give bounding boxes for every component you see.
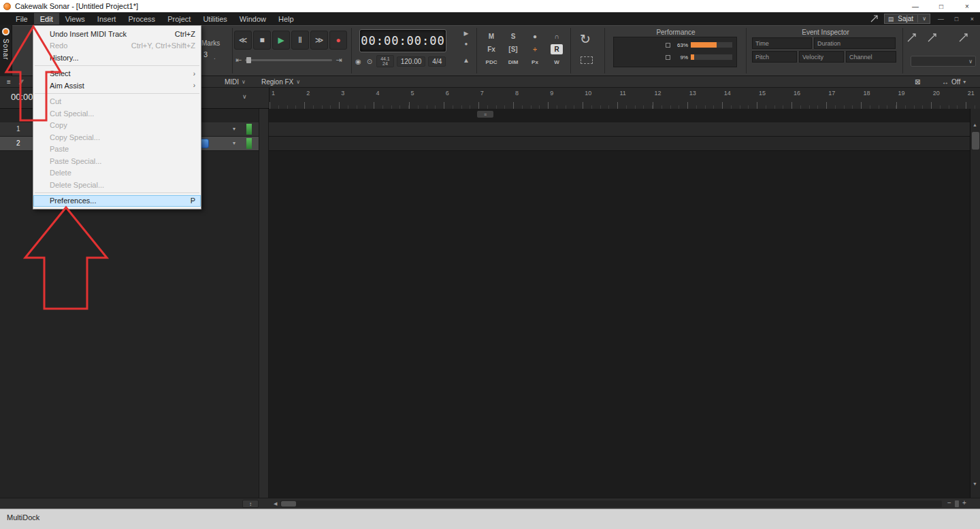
- gear-icon[interactable]: ⊙: [365, 58, 374, 65]
- menu-item-cut-special[interactable]: Cut Special... ›: [33, 107, 201, 120]
- rewind-button[interactable]: ≪: [234, 31, 252, 50]
- event-duration-field[interactable]: Duration: [814, 37, 896, 49]
- menu-item-history[interactable]: History... ›: [33, 52, 201, 64]
- tab-region-fx[interactable]: Region FX ∨: [261, 76, 300, 88]
- workspace-selector[interactable]: ▤ Sajat ∨: [884, 14, 930, 24]
- loop-icon[interactable]: ↻: [580, 31, 591, 47]
- child-close-button[interactable]: ×: [967, 16, 977, 22]
- track-expand-icon[interactable]: ▾: [233, 140, 235, 146]
- panel-splitter[interactable]: [259, 109, 269, 498]
- menu-item-copy[interactable]: Copy ›: [33, 120, 201, 132]
- automation-tool-icon[interactable]: [906, 33, 917, 46]
- menu-item-undo[interactable]: Undo Insert MIDI Track Ctrl+Z ›: [33, 28, 201, 40]
- menu-edit[interactable]: Edit: [34, 13, 59, 24]
- event-velocity-field[interactable]: Velocity: [799, 51, 844, 63]
- tempo-value[interactable]: 120.00: [397, 56, 426, 67]
- menu-item-cut[interactable]: Cut ›: [33, 96, 201, 108]
- menu-item-aim-assist[interactable]: Aim Assist ›: [33, 80, 201, 92]
- mute-button[interactable]: M: [489, 33, 494, 40]
- menu-window[interactable]: Window: [233, 13, 272, 24]
- event-pitch-field[interactable]: Pitch: [752, 51, 797, 63]
- zoom-in-button[interactable]: +: [962, 499, 966, 507]
- menu-help[interactable]: Help: [272, 13, 300, 24]
- fit-off-control[interactable]: ↔ Off ▾: [942, 76, 966, 88]
- envelope-tool-icon[interactable]: [927, 33, 938, 46]
- menu-insert[interactable]: Insert: [91, 13, 122, 24]
- close-button[interactable]: ×: [954, 0, 980, 12]
- child-restore-button[interactable]: □: [951, 16, 962, 22]
- play-button[interactable]: ▶: [272, 31, 290, 50]
- track-lane-1[interactable]: [269, 122, 970, 137]
- tool-dropdown[interactable]: ∨: [911, 56, 976, 67]
- clips-canvas[interactable]: ≡: [269, 109, 970, 498]
- scroll-up-icon[interactable]: ▲: [973, 122, 977, 127]
- stop-button[interactable]: ■: [253, 31, 271, 50]
- aim-assist-grip[interactable]: ≡: [477, 111, 493, 118]
- seek-end-icon[interactable]: ⇥: [336, 56, 342, 65]
- scroll-left-icon[interactable]: ◀: [274, 501, 277, 507]
- sample-rate-cell[interactable]: 44.1 24: [376, 55, 394, 67]
- headphones-icon[interactable]: ∩: [554, 33, 559, 40]
- pdc-button[interactable]: PDC: [486, 59, 497, 65]
- menu-item-preferences[interactable]: Preferences... P ›: [33, 195, 201, 207]
- menu-views[interactable]: Views: [59, 13, 91, 24]
- menu-item-paste[interactable]: Paste ›: [33, 143, 201, 156]
- vertical-scroll-thumb[interactable]: [972, 132, 979, 150]
- ruler-format-dropdown-icon[interactable]: ∨: [242, 93, 247, 100]
- edit-filter-icon[interactable]: ∕∕: [20, 76, 22, 88]
- seek-start-icon[interactable]: ⇤: [235, 56, 242, 65]
- minimize-button[interactable]: —: [902, 0, 928, 12]
- fx-button[interactable]: Fx: [487, 46, 495, 53]
- track-expand-icon[interactable]: ▾: [233, 126, 235, 132]
- envelope-display-icon[interactable]: ⊠: [915, 76, 920, 88]
- wai-button[interactable]: W: [554, 59, 559, 65]
- menu-item-paste-special[interactable]: Paste Special... ›: [33, 155, 201, 167]
- track-manager-icon[interactable]: ≡: [7, 76, 11, 88]
- metronome-icon[interactable]: ▲: [463, 56, 470, 64]
- event-channel-field[interactable]: Channel: [846, 51, 896, 63]
- menu-item-redo[interactable]: Redo Ctrl+Y, Ctrl+Shift+Z ›: [33, 40, 201, 52]
- exclusive-solo-button[interactable]: [S]: [508, 46, 517, 53]
- horizontal-scrollbar[interactable]: [280, 500, 942, 507]
- horizontal-scroll-thumb[interactable]: [281, 501, 296, 507]
- track-lane-2[interactable]: [269, 137, 970, 151]
- seek-slider[interactable]: [245, 59, 332, 61]
- marks-count[interactable]: 3: [203, 50, 208, 58]
- dim-button[interactable]: DIM: [508, 59, 519, 65]
- scroll-down-icon[interactable]: ▼: [973, 481, 977, 486]
- seek-thumb[interactable]: [246, 57, 251, 63]
- menu-item-copy-special[interactable]: Copy Special... ›: [33, 131, 201, 143]
- small-record-icon[interactable]: ●: [465, 41, 468, 47]
- child-minimize-button[interactable]: —: [936, 16, 946, 22]
- menu-utilities[interactable]: Utilities: [197, 13, 233, 24]
- menu-project[interactable]: Project: [161, 13, 197, 24]
- sync-icon[interactable]: ◉: [354, 58, 363, 65]
- dim-indicator-icon[interactable]: ●: [533, 33, 537, 40]
- menu-item-delete-special[interactable]: Delete Special... ›: [33, 179, 201, 191]
- chevron-down-icon[interactable]: ∨: [922, 16, 926, 22]
- float-window-icon[interactable]: [870, 14, 879, 23]
- px-button[interactable]: Px: [532, 59, 538, 65]
- vertical-scrollbar[interactable]: ▲ ▼: [970, 109, 980, 498]
- menu-process[interactable]: Process: [122, 13, 161, 24]
- record-arm-button[interactable]: R: [551, 44, 563, 54]
- zoom-out-button[interactable]: −: [947, 499, 951, 507]
- time-signature-value[interactable]: 4/4: [428, 56, 446, 67]
- pattern-tool-icon[interactable]: [958, 33, 969, 46]
- solo-button[interactable]: S: [511, 33, 516, 40]
- punch-region-icon[interactable]: [581, 56, 593, 64]
- maximize-button[interactable]: □: [928, 0, 954, 12]
- menu-file[interactable]: File: [10, 13, 34, 24]
- menu-item-delete[interactable]: Delete ›: [33, 167, 201, 180]
- multidock-bar[interactable]: MultiDock: [0, 509, 980, 529]
- pause-button[interactable]: Ⅱ: [291, 31, 309, 50]
- forward-button[interactable]: ≫: [310, 31, 328, 50]
- event-time-field[interactable]: Time: [752, 37, 812, 49]
- track-height-toggle[interactable]: ↕: [242, 500, 259, 508]
- offset-mode-button[interactable]: ÷: [533, 46, 537, 53]
- record-button[interactable]: ●: [329, 31, 347, 50]
- small-play-icon[interactable]: ▶: [464, 30, 469, 37]
- measure-ruler[interactable]: 1 2 3 4 5 6 7 8 9 10: [269, 88, 980, 109]
- tab-midi[interactable]: MIDI ∨: [225, 76, 246, 88]
- menu-item-select[interactable]: Select ›: [33, 68, 201, 80]
